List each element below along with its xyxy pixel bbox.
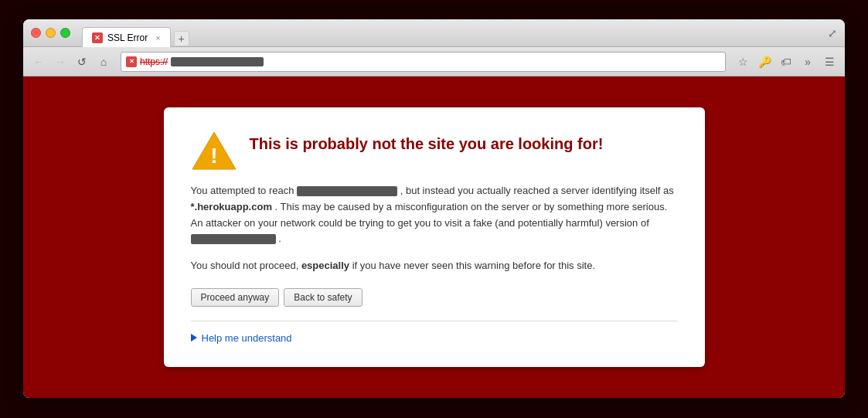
warning-text: You should not proceed, especially if yo… xyxy=(191,258,678,274)
back-button[interactable]: ← xyxy=(29,53,48,71)
traffic-lights xyxy=(31,28,70,38)
action-buttons: Proceed anyway Back to safety xyxy=(191,288,678,307)
error-card: ! This is probably not the site you are … xyxy=(164,107,705,367)
active-tab[interactable]: ✕ SSL Error × xyxy=(82,27,171,47)
expand-icon[interactable]: ⤢ xyxy=(828,27,837,39)
error-header: ! This is probably not the site you are … xyxy=(191,131,678,171)
redacted-domain-1 xyxy=(297,186,397,196)
page-content: ! This is probably not the site you are … xyxy=(23,76,845,398)
help-link-container: Help me understand xyxy=(191,332,678,344)
menu-button[interactable]: ☰ xyxy=(820,53,839,71)
herokuapp-domain: *.herokuapp.com xyxy=(191,201,272,212)
key-icon-button[interactable]: 🔑 xyxy=(755,53,774,71)
tab-close-icon[interactable]: × xyxy=(155,33,160,42)
warning-bold: especially xyxy=(301,260,349,271)
warning-text-1: You should not proceed, xyxy=(191,260,299,271)
back-to-safety-button[interactable]: Back to safety xyxy=(284,288,362,307)
body-text-1: You attempted to reach xyxy=(191,185,294,196)
tab-area: ✕ SSL Error × + xyxy=(82,19,828,46)
refresh-button[interactable]: ↺ xyxy=(73,53,91,71)
forward-button[interactable]: → xyxy=(51,53,70,71)
maximize-button[interactable] xyxy=(60,28,70,38)
title-bar: ✕ SSL Error × + ⤢ xyxy=(23,19,845,47)
new-tab-button[interactable]: + xyxy=(174,31,189,46)
address-bar[interactable]: ✕ https:// xyxy=(121,52,726,72)
error-title: This is probably not the site you are lo… xyxy=(250,131,604,154)
tag-icon-button[interactable]: 🏷 xyxy=(777,53,795,71)
body-text-4: . xyxy=(278,233,281,244)
toolbar-icons: ☆ 🔑 🏷 » ☰ xyxy=(734,53,839,71)
svg-text:!: ! xyxy=(210,144,217,168)
minimize-button[interactable] xyxy=(46,28,56,38)
tab-title: SSL Error xyxy=(107,32,148,43)
address-redacted-domain xyxy=(171,57,264,66)
address-protocol: https:// xyxy=(140,56,168,67)
help-me-understand-link[interactable]: Help me understand xyxy=(202,332,292,344)
browser-window: ✕ SSL Error × + ⤢ ← → ↺ ⌂ ✕ https:// ☆ 🔑… xyxy=(23,19,845,398)
error-body: You attempted to reach , but instead you… xyxy=(191,183,678,247)
close-button[interactable] xyxy=(31,28,41,38)
ssl-error-icon: ✕ xyxy=(126,56,137,67)
bookmark-star-button[interactable]: ☆ xyxy=(734,53,752,71)
extensions-button[interactable]: » xyxy=(798,53,817,71)
body-text-2: , but instead you actually reached a ser… xyxy=(400,185,674,196)
proceed-anyway-button[interactable]: Proceed anyway xyxy=(191,288,280,307)
help-triangle-icon xyxy=(191,334,197,342)
warning-text-2: if you have never seen this warning befo… xyxy=(352,260,595,271)
toolbar: ← → ↺ ⌂ ✕ https:// ☆ 🔑 🏷 » ☰ xyxy=(23,47,845,76)
tab-ssl-icon: ✕ xyxy=(92,32,103,43)
home-button[interactable]: ⌂ xyxy=(94,53,113,71)
warning-triangle-icon: ! xyxy=(191,131,237,171)
redacted-domain-2 xyxy=(191,234,276,244)
divider xyxy=(191,321,678,321)
